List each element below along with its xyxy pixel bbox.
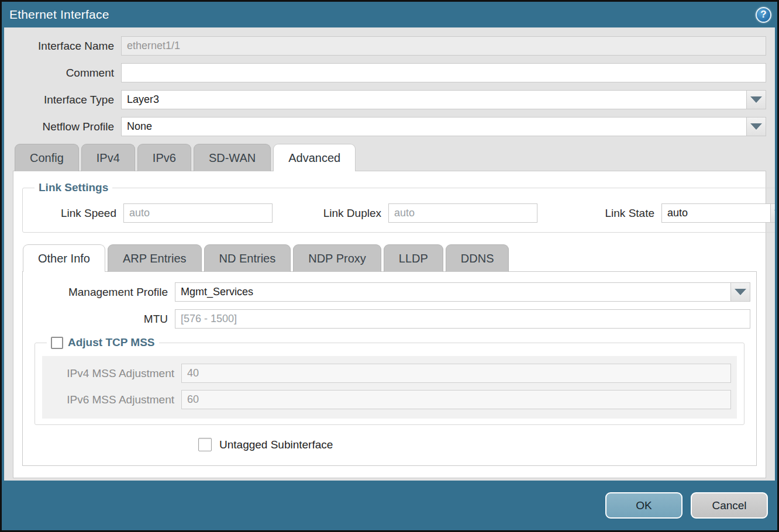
tab-ipv6[interactable]: IPv6 bbox=[137, 144, 191, 171]
link-speed-label: Link Speed bbox=[30, 207, 123, 220]
tab-config[interactable]: Config bbox=[15, 144, 79, 171]
ipv6-mss-label: IPv6 MSS Adjustment bbox=[42, 393, 181, 406]
subtab-nd-entries[interactable]: ND Entries bbox=[204, 244, 291, 272]
untagged-subinterface-label: Untagged Subinterface bbox=[219, 438, 333, 451]
interface-type-input[interactable] bbox=[121, 90, 747, 109]
dialog-title: Ethernet Interface bbox=[9, 8, 756, 22]
chevron-down-icon bbox=[735, 289, 746, 295]
ipv4-mss-input bbox=[181, 364, 731, 383]
untagged-subinterface-checkbox[interactable] bbox=[198, 438, 212, 451]
advanced-tab-panel: Link Settings Link Speed Link Duplex Lin… bbox=[13, 171, 766, 478]
netflow-profile-input[interactable] bbox=[121, 117, 747, 136]
management-profile-input[interactable] bbox=[175, 282, 731, 302]
comment-input[interactable] bbox=[121, 63, 766, 82]
dialog-footer: OK Cancel bbox=[2, 481, 777, 530]
ipv6-mss-row: IPv6 MSS Adjustment bbox=[42, 390, 731, 409]
untagged-subinterface-row: Untagged Subinterface bbox=[198, 438, 750, 451]
subtab-ndp-proxy[interactable]: NDP Proxy bbox=[293, 244, 381, 272]
link-state-input[interactable] bbox=[661, 203, 771, 223]
subtab-arp-entries[interactable]: ARP Entries bbox=[108, 244, 202, 272]
link-duplex-label: Link Duplex bbox=[299, 207, 388, 220]
interface-type-row: Interface Type bbox=[13, 90, 766, 109]
subtab-ddns[interactable]: DDNS bbox=[446, 244, 509, 272]
ok-button[interactable]: OK bbox=[605, 492, 683, 519]
other-info-panel: Management Profile MTU bbox=[22, 271, 757, 466]
adjust-tcp-mss-checkbox[interactable] bbox=[51, 337, 63, 349]
title-bar: Ethernet Interface ? bbox=[2, 2, 777, 27]
link-speed-input[interactable] bbox=[123, 203, 273, 223]
netflow-profile-label: Netflow Profile bbox=[13, 120, 121, 133]
comment-row: Comment bbox=[13, 63, 766, 82]
sub-tab-bar: Other Info ARP Entries ND Entries NDP Pr… bbox=[22, 244, 757, 271]
link-settings-legend: Link Settings bbox=[35, 181, 112, 194]
netflow-profile-dropdown-button[interactable] bbox=[747, 117, 766, 136]
adjust-tcp-mss-fieldset: Adjust TCP MSS IPv4 MSS Adjustment IPv6 … bbox=[35, 336, 744, 425]
mtu-input[interactable] bbox=[175, 309, 750, 329]
subtab-other-info[interactable]: Other Info bbox=[23, 244, 105, 272]
tab-sd-wan[interactable]: SD-WAN bbox=[194, 144, 271, 171]
management-profile-row: Management Profile bbox=[29, 282, 750, 302]
mss-disabled-panel: IPv4 MSS Adjustment IPv6 MSS Adjustment bbox=[42, 356, 737, 419]
subtab-lldp[interactable]: LLDP bbox=[384, 244, 443, 272]
chevron-down-icon bbox=[750, 123, 762, 130]
ipv4-mss-row: IPv4 MSS Adjustment bbox=[42, 364, 731, 383]
link-state-dropdown-button[interactable] bbox=[771, 203, 775, 223]
adjust-tcp-mss-legend-text: Adjust TCP MSS bbox=[68, 336, 155, 349]
mtu-row: MTU bbox=[29, 309, 750, 329]
link-duplex-input[interactable] bbox=[388, 203, 537, 223]
interface-name-input bbox=[121, 36, 766, 56]
management-profile-dropdown-button[interactable] bbox=[731, 282, 750, 302]
ipv6-mss-input bbox=[181, 390, 731, 409]
cancel-button[interactable]: Cancel bbox=[691, 492, 768, 519]
ipv4-mss-label: IPv4 MSS Adjustment bbox=[42, 367, 181, 380]
interface-name-row: Interface Name bbox=[13, 36, 766, 56]
dialog-body: Interface Name Comment Interface Type Ne… bbox=[4, 27, 775, 481]
tab-advanced[interactable]: Advanced bbox=[273, 144, 356, 171]
ethernet-interface-dialog: Ethernet Interface ? Interface Name Comm… bbox=[0, 0, 779, 532]
link-state-label: Link State bbox=[573, 207, 661, 220]
tab-ipv4[interactable]: IPv4 bbox=[81, 144, 135, 171]
interface-type-label: Interface Type bbox=[13, 94, 121, 106]
link-settings-fieldset: Link Settings Link Speed Link Duplex Lin… bbox=[22, 181, 775, 233]
help-icon[interactable]: ? bbox=[756, 7, 771, 23]
comment-label: Comment bbox=[13, 67, 121, 80]
netflow-profile-row: Netflow Profile bbox=[13, 117, 766, 136]
management-profile-label: Management Profile bbox=[29, 286, 175, 299]
interface-type-dropdown-button[interactable] bbox=[747, 90, 766, 109]
chevron-down-icon bbox=[750, 96, 762, 103]
chevron-down-icon bbox=[774, 210, 775, 216]
main-tab-bar: Config IPv4 IPv6 SD-WAN Advanced bbox=[13, 144, 766, 171]
interface-name-label: Interface Name bbox=[13, 40, 121, 53]
mtu-label: MTU bbox=[29, 313, 175, 326]
adjust-tcp-mss-legend: Adjust TCP MSS bbox=[47, 336, 159, 349]
